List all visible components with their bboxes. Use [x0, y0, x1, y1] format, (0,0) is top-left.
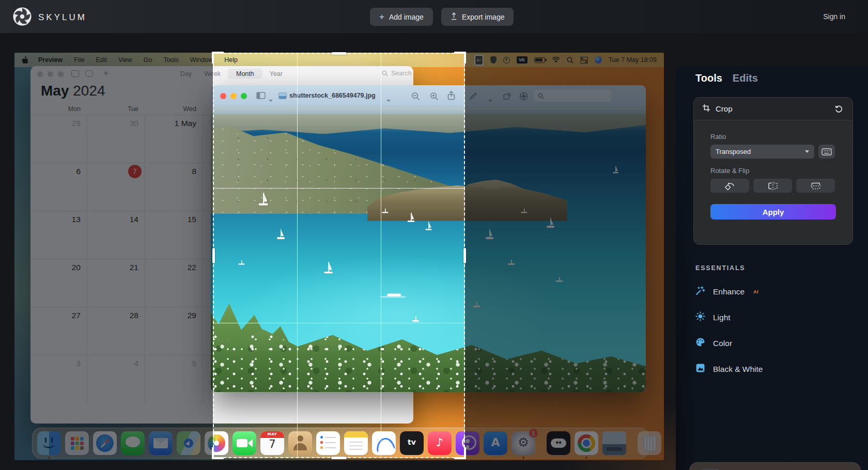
enhance-icon: [695, 286, 705, 297]
desktop-editor-promo-banner[interactable]: Try a powerful desktopphoto editor ›: [689, 462, 861, 470]
black-white-icon: [695, 363, 705, 375]
crop-edge-handle-bottom[interactable]: [331, 457, 347, 459]
brand-name: SKYLUM: [38, 12, 87, 23]
crop-corner-handle[interactable]: [454, 52, 466, 64]
reset-icon[interactable]: [833, 103, 844, 115]
crop-dim-left: [14, 53, 213, 460]
crop-frame[interactable]: [213, 53, 465, 458]
crop-edge-handle-right[interactable]: [463, 248, 466, 263]
crop-panel: Crop Ratio Transposed Rotate & Flip: [693, 97, 853, 245]
custom-ratio-button[interactable]: [818, 145, 835, 159]
crop-corner-handle[interactable]: [212, 447, 224, 459]
color-icon: [695, 337, 705, 349]
app-window: SKYLUM + Add image Export image Sign in …: [0, 0, 868, 470]
crop-corner-handle[interactable]: [454, 447, 466, 459]
ratio-label: Ratio: [710, 133, 835, 140]
crop-panel-title: Crop: [716, 104, 733, 113]
crop-corner-handle[interactable]: [212, 52, 224, 64]
essentials-section: ESSENTIALS EnhanceAILightColorBlack & Wh…: [695, 264, 850, 375]
apply-button[interactable]: Apply: [710, 204, 836, 220]
essentials-item-enhance[interactable]: EnhanceAI: [695, 286, 850, 297]
flip-vertical-button[interactable]: [796, 179, 835, 193]
export-icon: [451, 12, 457, 22]
thirds-gridline-horizontal: [214, 323, 464, 323]
crop-edge-handle-left[interactable]: [212, 248, 215, 263]
essentials-item-color[interactable]: Color: [695, 337, 850, 349]
light-icon: [695, 311, 705, 323]
essentials-item-black-white[interactable]: Black & White: [695, 363, 850, 375]
essentials-header: ESSENTIALS: [695, 264, 850, 272]
crop-icon: [702, 104, 710, 114]
thirds-gridline-vertical: [381, 54, 381, 457]
thirds-gridline-vertical: [297, 54, 298, 457]
export-image-button[interactable]: Export image: [441, 8, 514, 26]
thirds-gridline-horizontal: [214, 188, 464, 189]
crop-dim-right: [465, 53, 664, 460]
tab-tools[interactable]: Tools: [695, 72, 722, 84]
sign-in-link[interactable]: Sign in: [823, 12, 845, 21]
add-image-button[interactable]: + Add image: [370, 8, 433, 26]
sidebar-tabs: ToolsEdits: [695, 72, 758, 84]
skylum-logo[interactable]: SKYLUM: [12, 7, 87, 28]
crop-edge-handle-top[interactable]: [331, 52, 347, 55]
rotate-left-button[interactable]: [710, 179, 749, 193]
tab-edits[interactable]: Edits: [733, 72, 758, 84]
essentials-item-light[interactable]: Light: [695, 311, 850, 323]
top-bar: SKYLUM + Add image Export image Sign in: [0, 0, 868, 33]
rotate-flip-label: Rotate & Flip: [710, 167, 835, 175]
flip-horizontal-button[interactable]: [753, 179, 792, 193]
plus-icon: +: [379, 12, 384, 21]
editor-canvas: PreviewFileEditViewGoToolsWindowHelp ←VK…: [0, 33, 868, 470]
aperture-icon: [12, 7, 32, 28]
ai-badge: AI: [753, 289, 758, 294]
chevron-down-icon: [805, 150, 809, 153]
ratio-dropdown[interactable]: Transposed: [710, 145, 814, 159]
